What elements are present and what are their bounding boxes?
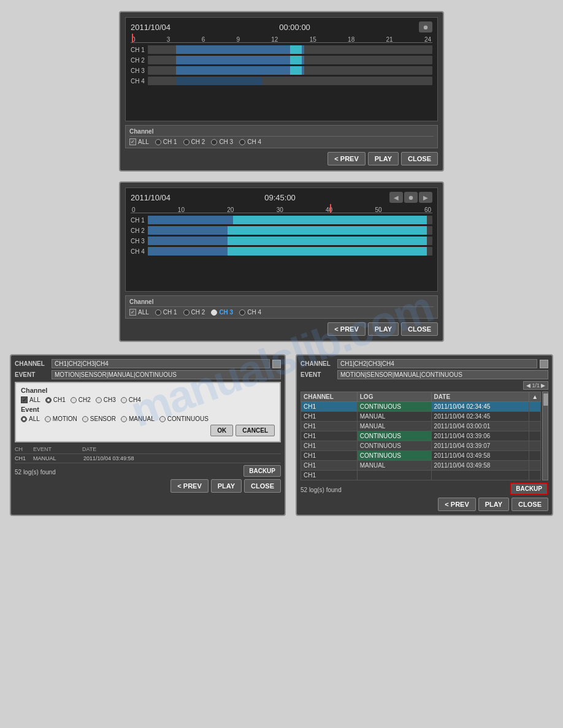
ch4-radio-1[interactable]: CH 4 [239, 138, 261, 145]
ch4-radio-2[interactable]: CH 4 [239, 309, 261, 316]
channel-section-title-1: Channel [129, 128, 434, 137]
next-icon[interactable]: ▶ [419, 192, 432, 203]
panel2: 2011/10/04 09:45:00 ◀ ⏺ ▶ 0 10 20 30 40 … [119, 181, 444, 342]
prev-button-1[interactable]: < PREV [327, 152, 365, 165]
prev-button-2[interactable]: < PREV [327, 322, 365, 336]
table-row: CH1 CONTINUOUS 2011/10/04 02:34:45 [301, 402, 541, 412]
channel-row-3: CH 3 [131, 66, 432, 75]
filter-ch3[interactable]: CH3 [96, 396, 116, 403]
filter-ch1[interactable]: CH1 [45, 396, 66, 403]
left-close-button[interactable]: CLOSE [244, 479, 281, 493]
filter-ev-sensor[interactable]: SENSOR [82, 415, 116, 422]
ch1-radio-1[interactable]: CH 1 [155, 138, 177, 145]
timeline-area-2: 2011/10/04 09:45:00 ◀ ⏺ ▶ 0 10 20 30 40 … [125, 188, 438, 292]
left-play-button[interactable]: PLAY [211, 479, 242, 493]
channel-options-2: ✓ ALL CH 1 CH 2 CH 3 CH 4 [129, 309, 434, 316]
right-log-bottom: < PREV PLAY CLOSE [301, 498, 548, 511]
left-log-list: CH EVENT DATE CH1 MANUAL 2011/10/04 03:4… [15, 445, 281, 463]
left-log-bottom: < PREV PLAY CLOSE [15, 479, 281, 493]
col-header-log: LOG [357, 392, 431, 402]
channel-row-2: CH 2 [131, 56, 432, 64]
channel-rows-1: CH 1 CH 2 [131, 45, 432, 85]
table-row: CH1 MANUAL 2011/10/04 03:00:01 [301, 422, 541, 431]
channel-row2-3: CH 3 [131, 237, 432, 245]
ok-button[interactable]: OK [210, 425, 233, 436]
play-button-1[interactable]: PLAY [368, 152, 399, 165]
close-button-2[interactable]: CLOSE [401, 322, 438, 336]
channel-section-2: Channel ✓ ALL CH 1 CH 2 CH 3 [125, 295, 438, 319]
ch3-radio-1[interactable]: CH 3 [211, 138, 233, 145]
ch2-radio-2[interactable]: CH 2 [183, 309, 205, 316]
right-prev-button[interactable]: < PREV [438, 498, 475, 511]
filter-all-check[interactable]: ✓ ALL [21, 396, 40, 403]
panel2-time: 09:45:00 [264, 193, 296, 202]
table-row: CH1 [301, 471, 541, 480]
col-header-sort: ▲ [529, 392, 541, 402]
left-backup-button[interactable]: BACKUP [243, 465, 281, 477]
left-log-count: 52 log(s) found [15, 469, 56, 476]
col-header-date: DATE [431, 392, 529, 402]
filter-ch4[interactable]: CH4 [121, 396, 141, 403]
table-row: CH1 CONTINUOUS 2011/10/04 03:39:06 [301, 431, 541, 441]
ch3-radio-2[interactable]: CH 3 [211, 309, 233, 316]
scrollbar[interactable] [542, 392, 548, 480]
ch1-radio-2[interactable]: CH 1 [155, 309, 177, 316]
left-minimize-btn[interactable] [272, 360, 281, 368]
ch-all-check-1[interactable]: ✓ ALL [129, 138, 149, 145]
filter-btn-row: OK CANCEL [21, 425, 275, 436]
right-log-count: 52 log(s) found [301, 487, 342, 493]
left-event-value: MOTION|SENSOR|MANUAL|CONTINUOUS [52, 370, 281, 379]
page-indicator-row: ◀ 1/1 ▶ [301, 381, 548, 390]
record-icon-2: ⏺ [404, 192, 418, 203]
btn-row-1: < PREV PLAY CLOSE [125, 152, 438, 165]
right-minimize-btn[interactable] [540, 360, 548, 368]
log-list-item-1: CH1 MANUAL 2011/10/04 03:49:58 [15, 454, 281, 463]
channel-row2-2: CH 2 [131, 226, 432, 235]
left-log-panel: CHANNEL CH1|CH2|CH3|CH4 EVENT MOTION|SEN… [10, 354, 286, 516]
page-indicator: ◀ 1/1 ▶ [523, 381, 548, 390]
left-log-footer: 52 log(s) found BACKUP [15, 465, 281, 477]
filter-event-row: ALL MOTION SENSOR MANUAL CONTINUOUS [21, 415, 275, 422]
left-prev-button[interactable]: < PREV [170, 479, 208, 493]
table-wrapper: CHANNEL LOG DATE ▲ CH1 CONTINUOUS 2011/1… [301, 392, 548, 480]
channel-rows-2: CH 1 CH 2 CH 3 [131, 216, 432, 256]
ch2-radio-1[interactable]: CH 2 [183, 138, 205, 145]
ch-all-check-2[interactable]: ✓ ALL [129, 309, 149, 316]
right-log-footer: 52 log(s) found BACKUP [301, 482, 548, 495]
right-channel-value: CH1|CH2|CH3|CH4 [337, 359, 537, 368]
channel-row-1: CH 1 [131, 45, 432, 54]
filter-ch2[interactable]: CH2 [71, 396, 91, 403]
bottom-row: CHANNEL CH1|CH2|CH3|CH4 EVENT MOTION|SEN… [0, 354, 563, 516]
left-event-row: EVENT MOTION|SENSOR|MANUAL|CONTINUOUS [15, 370, 281, 379]
filter-ev-manual[interactable]: MANUAL [121, 415, 155, 422]
table-row: CH1 MANUAL 2011/10/04 02:34:45 [301, 412, 541, 422]
time-ruler-1: 0 3 6 9 12 15 18 21 24 [131, 35, 432, 43]
panel1-date: 2011/10/04 [131, 23, 170, 32]
channel-row-4: CH 4 [131, 77, 432, 85]
filter-ev-cont[interactable]: CONTINUOUS [159, 415, 209, 422]
channel-section-1: Channel ✓ ALL CH 1 CH 2 CH 3 [125, 125, 438, 148]
channel-row2-4: CH 4 [131, 247, 432, 256]
right-close-button[interactable]: CLOSE [511, 498, 548, 511]
left-channel-row: CHANNEL CH1|CH2|CH3|CH4 [15, 359, 281, 368]
filter-popup: Channel ✓ ALL CH1 CH2 CH3 [15, 382, 281, 442]
right-play-button[interactable]: PLAY [478, 498, 509, 511]
log-table: CHANNEL LOG DATE ▲ CH1 CONTINUOUS 2011/1… [301, 392, 541, 480]
left-channel-value: CH1|CH2|CH3|CH4 [52, 359, 270, 368]
table-row: CH1 MANUAL 2011/10/04 03:49:58 [301, 461, 541, 471]
record-icon: ⏺ [419, 21, 432, 32]
table-row: CH1 CONTINUOUS 2011/10/04 03:49:58 [301, 451, 541, 461]
col-header-channel: CHANNEL [301, 392, 358, 402]
cancel-button[interactable]: CANCEL [236, 425, 275, 436]
right-event-row: EVENT MOTION|SENSOR|MANUAL|CONTINUOUS [301, 370, 548, 379]
prev-icon[interactable]: ◀ [389, 192, 403, 203]
filter-ev-motion[interactable]: MOTION [45, 415, 77, 422]
play-button-2[interactable]: PLAY [368, 322, 399, 336]
timeline-header-1: 2011/10/04 00:00:00 ⏺ [131, 21, 432, 32]
panel1: 2011/10/04 00:00:00 ⏺ 0 3 6 9 12 15 18 2… [119, 11, 444, 172]
close-button-1[interactable]: CLOSE [401, 152, 438, 165]
panel2-date: 2011/10/04 [131, 193, 170, 202]
right-backup-button[interactable]: BACKUP [510, 482, 548, 495]
filter-ev-all[interactable]: ALL [21, 415, 40, 422]
channel-section-title-2: Channel [129, 298, 434, 307]
